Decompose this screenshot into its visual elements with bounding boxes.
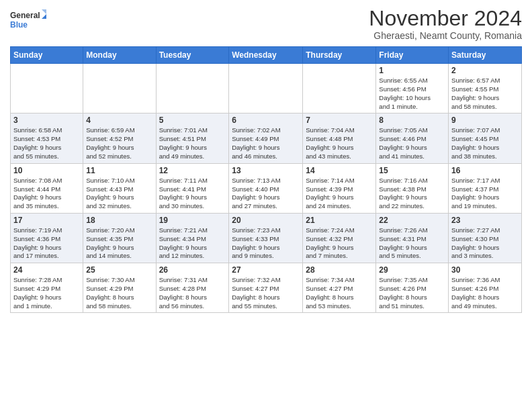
day-number: 4 (86, 116, 152, 125)
day-number: 24 (13, 265, 80, 275)
day-info: Sunrise: 7:28 AMSunset: 4:29 PMDaylight:… (13, 276, 80, 310)
table-cell (156, 64, 229, 113)
table-cell: 23Sunrise: 7:27 AMSunset: 4:30 PMDayligh… (449, 213, 522, 263)
table-cell: 6Sunrise: 7:02 AMSunset: 4:49 PMDaylight… (229, 113, 303, 163)
table-cell: 21Sunrise: 7:24 AMSunset: 4:32 PMDayligh… (303, 213, 376, 263)
table-cell: 12Sunrise: 7:11 AMSunset: 4:41 PMDayligh… (156, 163, 229, 213)
svg-text:Blue: Blue (10, 20, 28, 30)
day-number: 14 (306, 166, 373, 175)
day-number: 2 (451, 66, 519, 75)
day-info: Sunrise: 7:01 AMSunset: 4:51 PMDaylight:… (159, 126, 226, 161)
day-info: Sunrise: 7:11 AMSunset: 4:41 PMDaylight:… (159, 177, 226, 211)
table-cell: 15Sunrise: 7:16 AMSunset: 4:38 PMDayligh… (376, 163, 449, 213)
table-cell: 3Sunrise: 6:58 AMSunset: 4:53 PMDaylight… (11, 113, 83, 163)
day-info: Sunrise: 6:55 AMSunset: 4:56 PMDaylight:… (379, 77, 445, 111)
day-info: Sunrise: 6:58 AMSunset: 4:53 PMDaylight:… (13, 126, 80, 161)
day-number: 16 (451, 166, 519, 175)
col-sunday: Sunday (11, 47, 83, 64)
calendar-week-5: 24Sunrise: 7:28 AMSunset: 4:29 PMDayligh… (11, 263, 522, 313)
day-number: 21 (306, 216, 373, 225)
table-cell: 2Sunrise: 6:57 AMSunset: 4:55 PMDaylight… (449, 64, 522, 113)
day-info: Sunrise: 7:08 AMSunset: 4:44 PMDaylight:… (13, 177, 80, 211)
table-cell: 13Sunrise: 7:13 AMSunset: 4:40 PMDayligh… (229, 163, 303, 213)
col-saturday: Saturday (449, 47, 522, 64)
day-number: 12 (159, 166, 226, 175)
day-info: Sunrise: 7:35 AMSunset: 4:26 PMDaylight:… (379, 276, 445, 310)
day-info: Sunrise: 6:59 AMSunset: 4:52 PMDaylight:… (86, 126, 152, 161)
day-info: Sunrise: 7:26 AMSunset: 4:31 PMDaylight:… (379, 226, 445, 261)
day-number: 1 (379, 66, 445, 75)
table-cell: 10Sunrise: 7:08 AMSunset: 4:44 PMDayligh… (11, 163, 83, 213)
day-number: 30 (451, 265, 519, 275)
day-info: Sunrise: 7:36 AMSunset: 4:26 PMDaylight:… (451, 276, 519, 310)
day-number: 9 (451, 116, 519, 125)
col-wednesday: Wednesday (229, 47, 303, 64)
svg-marker-3 (42, 9, 46, 14)
col-friday: Friday (376, 47, 449, 64)
day-info: Sunrise: 6:57 AMSunset: 4:55 PMDaylight:… (451, 77, 519, 111)
day-info: Sunrise: 7:20 AMSunset: 4:35 PMDaylight:… (86, 226, 152, 261)
day-number: 19 (159, 216, 226, 225)
day-info: Sunrise: 7:27 AMSunset: 4:30 PMDaylight:… (451, 226, 519, 261)
day-number: 15 (379, 166, 445, 175)
day-number: 17 (13, 216, 80, 225)
title-block: November 2024 Gheraesti, Neamt County, R… (369, 7, 522, 41)
col-monday: Monday (83, 47, 156, 64)
day-info: Sunrise: 7:23 AMSunset: 4:33 PMDaylight:… (232, 226, 300, 261)
table-cell: 26Sunrise: 7:31 AMSunset: 4:28 PMDayligh… (156, 263, 229, 313)
day-number: 18 (86, 216, 152, 225)
day-number: 10 (13, 166, 80, 175)
table-cell: 11Sunrise: 7:10 AMSunset: 4:43 PMDayligh… (83, 163, 156, 213)
day-number: 23 (451, 216, 519, 225)
day-number: 28 (306, 265, 373, 275)
day-info: Sunrise: 7:31 AMSunset: 4:28 PMDaylight:… (159, 276, 226, 310)
table-cell: 27Sunrise: 7:32 AMSunset: 4:27 PMDayligh… (229, 263, 303, 313)
day-number: 22 (379, 216, 445, 225)
table-cell: 29Sunrise: 7:35 AMSunset: 4:26 PMDayligh… (376, 263, 449, 313)
table-cell (303, 64, 376, 113)
day-number: 5 (159, 116, 226, 125)
day-number: 26 (159, 265, 226, 275)
day-number: 20 (232, 216, 300, 225)
logo-svg: General Blue (10, 7, 47, 34)
table-cell: 1Sunrise: 6:55 AMSunset: 4:56 PMDaylight… (376, 64, 449, 113)
day-info: Sunrise: 7:02 AMSunset: 4:49 PMDaylight:… (232, 126, 300, 161)
day-info: Sunrise: 7:30 AMSunset: 4:29 PMDaylight:… (86, 276, 152, 310)
calendar-week-2: 3Sunrise: 6:58 AMSunset: 4:53 PMDaylight… (11, 113, 522, 163)
table-cell: 18Sunrise: 7:20 AMSunset: 4:35 PMDayligh… (83, 213, 156, 263)
col-thursday: Thursday (303, 47, 376, 64)
table-cell: 25Sunrise: 7:30 AMSunset: 4:29 PMDayligh… (83, 263, 156, 313)
day-number: 25 (86, 265, 152, 275)
month-title: November 2024 (369, 7, 522, 30)
day-info: Sunrise: 7:34 AMSunset: 4:27 PMDaylight:… (306, 276, 373, 310)
day-number: 13 (232, 166, 300, 175)
day-info: Sunrise: 7:14 AMSunset: 4:39 PMDaylight:… (306, 177, 373, 211)
table-cell: 7Sunrise: 7:04 AMSunset: 4:48 PMDaylight… (303, 113, 376, 163)
table-cell: 22Sunrise: 7:26 AMSunset: 4:31 PMDayligh… (376, 213, 449, 263)
table-cell: 16Sunrise: 7:17 AMSunset: 4:37 PMDayligh… (449, 163, 522, 213)
table-cell (11, 64, 83, 113)
table-cell: 24Sunrise: 7:28 AMSunset: 4:29 PMDayligh… (11, 263, 83, 313)
location: Gheraesti, Neamt County, Romania (369, 30, 522, 41)
col-tuesday: Tuesday (156, 47, 229, 64)
day-info: Sunrise: 7:16 AMSunset: 4:38 PMDaylight:… (379, 177, 445, 211)
table-cell: 17Sunrise: 7:19 AMSunset: 4:36 PMDayligh… (11, 213, 83, 263)
logo: General Blue (10, 7, 47, 34)
calendar-table: Sunday Monday Tuesday Wednesday Thursday… (10, 46, 522, 313)
page-container: General Blue November 2024 Gheraesti, Ne… (0, 0, 532, 323)
svg-text:General: General (10, 11, 40, 20)
table-cell: 28Sunrise: 7:34 AMSunset: 4:27 PMDayligh… (303, 263, 376, 313)
calendar-header-row: Sunday Monday Tuesday Wednesday Thursday… (11, 47, 522, 64)
table-cell: 20Sunrise: 7:23 AMSunset: 4:33 PMDayligh… (229, 213, 303, 263)
day-number: 8 (379, 116, 445, 125)
day-number: 3 (13, 116, 80, 125)
table-cell: 14Sunrise: 7:14 AMSunset: 4:39 PMDayligh… (303, 163, 376, 213)
table-cell: 8Sunrise: 7:05 AMSunset: 4:46 PMDaylight… (376, 113, 449, 163)
calendar-week-1: 1Sunrise: 6:55 AMSunset: 4:56 PMDaylight… (11, 64, 522, 113)
day-number: 27 (232, 265, 300, 275)
day-info: Sunrise: 7:04 AMSunset: 4:48 PMDaylight:… (306, 126, 373, 161)
table-cell: 5Sunrise: 7:01 AMSunset: 4:51 PMDaylight… (156, 113, 229, 163)
day-number: 11 (86, 166, 152, 175)
calendar-week-4: 17Sunrise: 7:19 AMSunset: 4:36 PMDayligh… (11, 213, 522, 263)
day-info: Sunrise: 7:13 AMSunset: 4:40 PMDaylight:… (232, 177, 300, 211)
